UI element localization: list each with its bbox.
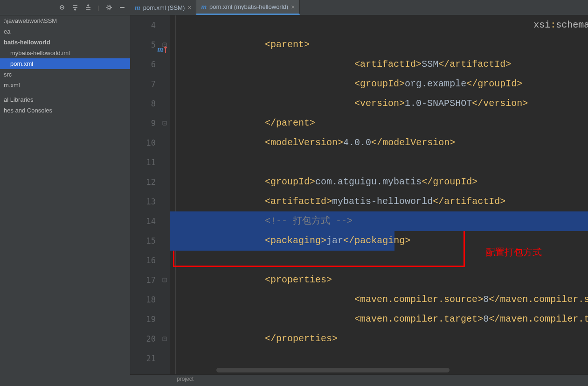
code-line[interactable]: <version>1.0-SNAPSHOT</version> <box>170 94 588 113</box>
project-tree[interactable]: :\javawebwork\SSM eabatis-helloworldmyba… <box>0 15 130 386</box>
line-number[interactable]: 11 <box>130 153 170 172</box>
line-number[interactable]: 9 <box>130 113 170 133</box>
expand-all-icon[interactable] <box>72 4 78 11</box>
code-line[interactable] <box>170 153 588 172</box>
divider: | <box>98 4 99 11</box>
line-number[interactable]: 5m <box>130 35 170 55</box>
tree-path: :\javawebwork\SSM <box>0 15 130 26</box>
code-line[interactable]: </properties> <box>170 329 588 349</box>
tree-item[interactable]: pom.xml <box>0 58 130 69</box>
line-number[interactable]: 15 <box>130 231 170 251</box>
maven-icon: m <box>135 4 140 12</box>
ide-body: :\javawebwork\SSM eabatis-helloworldmyba… <box>0 15 588 386</box>
line-number[interactable]: 19 <box>130 309 170 329</box>
line-number[interactable]: 18 <box>130 290 170 309</box>
code-line[interactable]: <properties> <box>170 270 588 290</box>
code-line[interactable]: xsi:schemaLocation="http://maven.apache.… <box>170 15 588 35</box>
tree-item[interactable]: hes and Consoles <box>0 105 130 116</box>
line-number[interactable]: 4 <box>130 15 170 35</box>
line-number[interactable]: 12 <box>130 172 170 192</box>
tree-item[interactable]: ea <box>0 26 130 37</box>
line-number[interactable]: 21 <box>130 349 170 368</box>
line-number[interactable]: 8 <box>130 94 170 113</box>
tree-item[interactable]: al Libraries <box>0 94 130 105</box>
collapse-all-icon[interactable] <box>85 4 91 11</box>
maven-icon: m <box>201 3 207 11</box>
tab-label: pom.xml (SSM) <box>143 4 185 11</box>
code-line[interactable]: <groupId>org.example</groupId> <box>170 74 588 94</box>
gutter[interactable]: 45m6789101112131415161718192021 <box>130 15 170 374</box>
breadcrumb-item[interactable]: project <box>177 376 194 382</box>
code-line[interactable]: <artifactId>SSM</artifactId> <box>170 55 588 74</box>
fold-icon[interactable] <box>162 113 167 133</box>
tree-item[interactable]: batis-helloworld <box>0 37 130 48</box>
line-number[interactable]: 16 <box>130 251 170 270</box>
close-icon[interactable]: × <box>291 3 295 11</box>
top-bar: | m pom.xml (SSM) × m pom.xml (mybatis-h… <box>0 0 588 15</box>
hide-icon[interactable] <box>119 4 125 11</box>
editor-pane: 45m6789101112131415161718192021 配置打包方式 x… <box>130 15 588 386</box>
code-line[interactable] <box>170 251 588 270</box>
line-number[interactable]: 6 <box>130 55 170 74</box>
line-number[interactable]: 13 <box>130 192 170 211</box>
editor-tabs: m pom.xml (SSM) × m pom.xml (mybatis-hel… <box>130 0 300 15</box>
horizontal-scrollbar[interactable] <box>216 368 450 372</box>
tree-item[interactable]: mybatis-helloworld.iml <box>0 48 130 58</box>
code-line[interactable] <box>170 349 588 368</box>
svg-point-2 <box>108 6 111 9</box>
tab-pom-ssm[interactable]: m pom.xml (SSM) × <box>130 0 196 15</box>
tab-label: pom.xml (mybatis-helloworld) <box>209 3 288 10</box>
fold-icon[interactable] <box>162 329 167 349</box>
code-line[interactable]: <parent> <box>170 35 588 55</box>
line-number[interactable]: 17 <box>130 270 170 290</box>
tree-item[interactable]: src <box>0 69 130 80</box>
code-line[interactable]: </parent> <box>170 113 588 133</box>
breadcrumb[interactable]: project <box>130 374 588 386</box>
code-area[interactable]: 配置打包方式 xsi:schemaLocation="http://maven.… <box>170 15 588 374</box>
code-wrap: 45m6789101112131415161718192021 配置打包方式 x… <box>130 15 588 374</box>
code-line[interactable]: <modelVersion>4.0.0</modelVersion> <box>170 133 588 153</box>
project-toolbar: | <box>0 0 130 15</box>
select-opened-file-icon[interactable] <box>59 4 65 11</box>
tree-item[interactable]: m.xml <box>0 80 130 91</box>
svg-point-1 <box>61 7 62 8</box>
line-number[interactable]: 7 <box>130 74 170 94</box>
line-number[interactable]: 10 <box>130 133 170 153</box>
fold-icon[interactable] <box>162 35 167 55</box>
close-icon[interactable]: × <box>187 4 191 11</box>
code-line[interactable]: <artifactId>mybatis-helloworld</artifact… <box>170 192 588 211</box>
code-line[interactable]: <!-- 打包方式 --> <box>170 211 588 231</box>
fold-icon[interactable] <box>162 270 167 290</box>
tab-pom-helloworld[interactable]: m pom.xml (mybatis-helloworld) × <box>196 0 300 15</box>
tree-item[interactable] <box>0 91 130 94</box>
line-number[interactable]: 14 <box>130 211 170 231</box>
line-number[interactable]: 20 <box>130 329 170 349</box>
code-line[interactable]: <maven.compiler.target>8</maven.compiler… <box>170 309 588 329</box>
code-line[interactable]: <maven.compiler.source>8</maven.compiler… <box>170 290 588 309</box>
code-line[interactable]: <packaging>jar</packaging> <box>170 231 588 251</box>
ide-window: | m pom.xml (SSM) × m pom.xml (mybatis-h… <box>0 0 588 386</box>
gear-icon[interactable] <box>106 4 112 11</box>
code-line[interactable]: <groupId>com.atguigu.mybatis</groupId> <box>170 172 588 192</box>
